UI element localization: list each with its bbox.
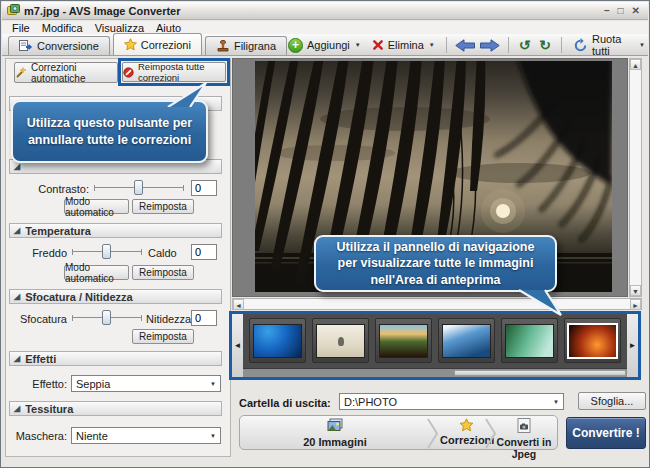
add-icon: + xyxy=(288,38,303,53)
section-label: Sfocatura / Nitidezza xyxy=(25,291,133,303)
auto-mode-label: Modo automatico xyxy=(65,196,128,218)
scroll-left-icon[interactable]: ◄ xyxy=(233,299,244,310)
scrollbar-thumb[interactable] xyxy=(454,370,626,376)
effect-select[interactable]: Seppia ▼ xyxy=(71,375,221,392)
scroll-up-icon[interactable]: ▲ xyxy=(630,59,641,70)
workflow-bar: 20 Immagini Correzioni Converti in Jpeg xyxy=(239,415,558,450)
rotate-all-icon xyxy=(573,38,588,53)
toolbar-separator xyxy=(561,37,562,53)
reset-all-corrections-button[interactable]: Reimposta tutte correzioni xyxy=(122,62,226,82)
maximize-button[interactable]: □ xyxy=(618,5,624,17)
section-label: Temperatura xyxy=(25,225,91,237)
callout-reset-tooltip: Utilizza questo pulsante per annullare t… xyxy=(11,100,208,163)
mask-select[interactable]: Niente ▼ xyxy=(71,427,221,444)
delete-icon xyxy=(372,39,384,51)
preview-horizontal-scrollbar[interactable]: ◄ ► xyxy=(232,298,642,310)
scroll-down-icon[interactable]: ▼ xyxy=(630,285,641,296)
effect-value: Seppia xyxy=(76,378,110,390)
toolbar: + Aggiungi ▼ Elimina ▼ ↺ ↻ xyxy=(285,34,648,56)
reset-label: Reimposta xyxy=(139,331,187,342)
slider-thumb[interactable] xyxy=(102,310,111,325)
collapse-icon: ◢ xyxy=(14,405,20,413)
close-button[interactable]: ✕ xyxy=(632,5,640,17)
tab-label: Filigrana xyxy=(234,40,276,52)
slider-thumb[interactable] xyxy=(102,244,111,259)
thumbnails-scroll-right[interactable]: ► xyxy=(627,314,638,377)
contrast-slider[interactable] xyxy=(94,180,184,195)
thumbnail-3[interactable] xyxy=(375,318,432,363)
convert-button[interactable]: Convertire ! xyxy=(566,417,646,449)
browse-label: Sfoglia... xyxy=(591,395,634,407)
chevron-down-icon: ▼ xyxy=(209,433,216,439)
callout-navigation-tooltip: Utilizza il pannello di navigazione per … xyxy=(314,235,557,292)
blur-reset-button[interactable]: Reimposta xyxy=(132,329,194,344)
blur-value-input[interactable] xyxy=(191,310,217,326)
menu-file[interactable]: File xyxy=(6,22,36,34)
workflow-step-images: 20 Immagini xyxy=(260,418,410,448)
window-title: m7.jpg - AVS Image Converter xyxy=(24,5,180,17)
tab-filigrana[interactable]: Filigrana xyxy=(205,36,287,55)
menu-visualizza[interactable]: Visualizza xyxy=(89,22,150,34)
output-folder-combo[interactable]: D:\PHOTO ▼ xyxy=(339,393,564,410)
section-header-tessitura[interactable]: ◢ Tessitura xyxy=(9,401,222,416)
temperature-slider[interactable] xyxy=(72,244,142,259)
temperature-reset-button[interactable]: Reimposta xyxy=(132,265,194,280)
temperature-auto-button[interactable]: Modo automatico xyxy=(64,265,129,280)
minimize-button[interactable]: – xyxy=(604,5,610,17)
scroll-right-icon[interactable]: ► xyxy=(630,299,641,310)
thumbnail-4[interactable] xyxy=(438,318,495,363)
temperature-value-input[interactable] xyxy=(191,244,217,260)
tab-correzioni[interactable]: Correzioni xyxy=(113,33,202,55)
section-header-sfocatura[interactable]: ◢ Sfocatura / Nitidezza xyxy=(9,289,222,304)
app-icon xyxy=(7,4,20,17)
callout-tail xyxy=(517,287,565,317)
chevron-down-icon: ▼ xyxy=(428,42,435,48)
thumbnails-scroll-left[interactable]: ◄ xyxy=(232,314,243,377)
rotate-all-button[interactable]: Ruota tutti ▼ xyxy=(570,32,648,58)
section-header-temperatura[interactable]: ◢ Temperatura xyxy=(9,223,222,238)
navigation-panel: ◄ ► xyxy=(229,311,641,380)
rotate-left-button[interactable]: ↺ xyxy=(517,37,533,53)
rotate-right-button[interactable]: ↻ xyxy=(537,37,553,53)
contrast-auto-button[interactable]: Modo automatico xyxy=(64,199,129,214)
collapse-icon: ◢ xyxy=(14,355,20,363)
thumbnail-6-selected[interactable] xyxy=(564,318,621,363)
contrast-value-input[interactable] xyxy=(191,180,217,196)
delete-button[interactable]: Elimina ▼ xyxy=(369,38,438,52)
tab-conversione[interactable]: Conversione xyxy=(8,36,110,55)
contrast-reset-button[interactable]: Reimposta xyxy=(132,199,194,214)
preview-vertical-scrollbar[interactable]: ▲ ▼ xyxy=(629,58,642,297)
workflow-step-convert: Converti in Jpeg xyxy=(492,418,556,460)
stamp-icon xyxy=(216,40,230,52)
auto-mode-label: Modo automatico xyxy=(65,262,128,284)
section-header-effetti[interactable]: ◢ Effetti xyxy=(9,351,222,366)
thumbnail-1[interactable] xyxy=(249,318,306,363)
menu-aiuto[interactable]: Aiuto xyxy=(150,22,187,34)
output-folder-label: Cartella di uscita: xyxy=(239,397,331,409)
app-window: m7.jpg - AVS Image Converter – □ ✕ File … xyxy=(0,0,650,468)
tab-label: Conversione xyxy=(37,40,99,52)
collapse-icon: ◢ xyxy=(14,227,20,235)
thumbnail-2[interactable] xyxy=(312,318,369,363)
thumbnail-5[interactable] xyxy=(501,318,558,363)
thumbnail-image xyxy=(379,324,428,358)
star-icon xyxy=(124,38,137,51)
chevron-separator xyxy=(426,417,440,450)
browse-button[interactable]: Sfoglia... xyxy=(578,392,646,410)
star-icon xyxy=(459,418,474,432)
add-button[interactable]: + Aggiungi ▼ xyxy=(285,37,364,54)
conversion-icon xyxy=(19,40,33,52)
callout-tail xyxy=(164,81,210,107)
sharpen-label: Nitidezza xyxy=(146,313,191,325)
blur-slider[interactable] xyxy=(72,310,142,325)
thumbnails-scrollbar[interactable] xyxy=(243,368,627,377)
warm-label: Caldo xyxy=(148,247,177,259)
next-image-button[interactable] xyxy=(480,39,500,52)
reset-label: Reimposta xyxy=(139,201,187,212)
reset-all-label: Reimposta tutte correzioni xyxy=(138,61,225,83)
previous-image-button[interactable] xyxy=(455,39,475,52)
menu-modifica[interactable]: Modifica xyxy=(36,22,89,34)
output-folder-value: D:\PHOTO xyxy=(344,396,397,408)
auto-corrections-button[interactable]: Correzioni automatiche xyxy=(14,62,118,83)
slider-thumb[interactable] xyxy=(134,180,143,195)
